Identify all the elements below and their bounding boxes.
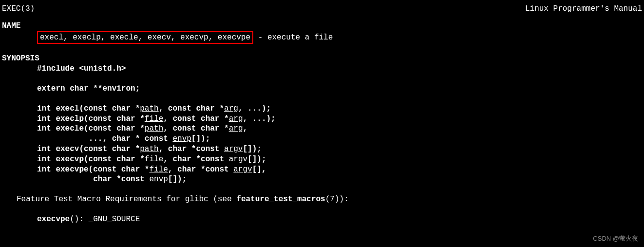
section-name-heading: NAME	[2, 21, 642, 31]
sig-execle: int execle(const char *path, const char …	[37, 124, 642, 134]
sig-execvpe: int execvpe(const char *file, char *cons…	[37, 165, 642, 175]
synopsis-content: #include <unistd.h> extern char **enviro…	[2, 64, 642, 185]
watermark: CSDN @萤火夜	[593, 235, 638, 243]
name-separator: -	[253, 33, 267, 42]
header-row: EXEC(3) Linux Programmer's Manual	[2, 4, 642, 14]
include-line: #include <unistd.h>	[37, 64, 642, 74]
header-right: Linux Programmer's Manual	[525, 4, 642, 14]
section-synopsis-heading: SYNOPSIS	[2, 54, 642, 64]
feature-test-line: Feature Test Macro Requirements for glib…	[2, 194, 642, 205]
feature-test-detail: execvpe(): _GNU_SOURCE	[2, 214, 642, 225]
sig-execv: int execv(const char *path, char *const …	[37, 144, 642, 154]
extern-line: extern char **environ;	[37, 84, 642, 94]
sig-execlp: int execlp(const char *file, const char …	[37, 114, 642, 124]
sig-execl: int execl(const char *path, const char *…	[37, 104, 642, 114]
name-description: execute a file	[267, 33, 333, 42]
sig-execle-cont: ..., char * const envp[]);	[37, 134, 642, 144]
sig-execvpe-cont: char *const envp[]);	[37, 174, 642, 185]
highlight-box: execl, execlp, execle, execv, execvp, ex…	[37, 31, 253, 44]
header-left: EXEC(3)	[2, 4, 35, 14]
sig-execvp: int execvp(const char *file, char *const…	[37, 154, 642, 165]
name-content: execl, execlp, execle, execv, execvp, ex…	[2, 31, 642, 44]
